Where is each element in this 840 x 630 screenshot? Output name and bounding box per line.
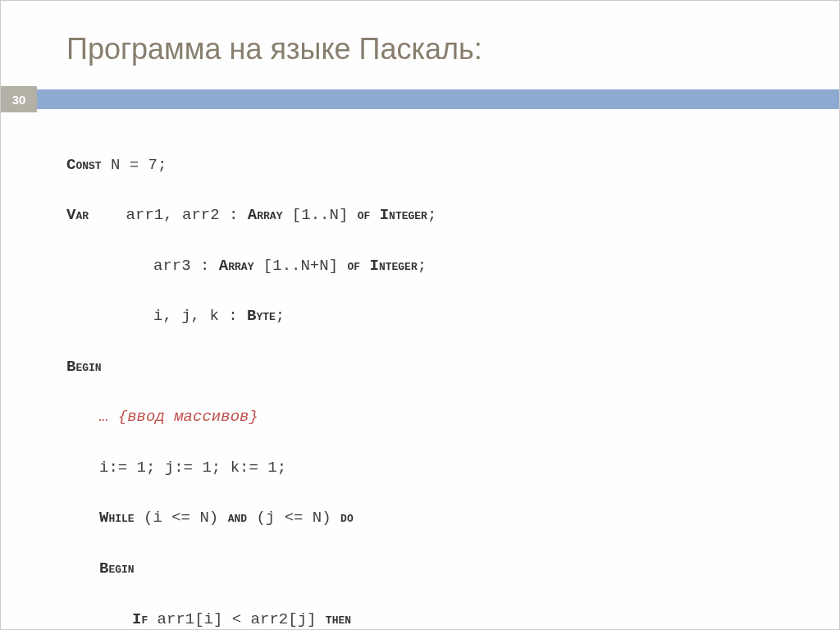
code-block: Const N = 7; Var arr1, arr2 : Array [1..… <box>1 109 839 630</box>
divider-bar: 30 <box>1 89 839 109</box>
title-area: Программа на языке Паскаль: <box>1 1 839 89</box>
code-line: If arr1[i] < arr2[j] then <box>66 607 806 630</box>
slide-title: Программа на языке Паскаль: <box>66 32 839 66</box>
code-line: i:= 1; j:= 1; k:= 1; <box>66 455 806 481</box>
code-line: Const N = 7; <box>66 153 806 178</box>
code-line: Var arr1, arr2 : Array [1..N] of Integer… <box>66 203 806 228</box>
code-line: While (i <= N) and (j <= N) do <box>66 505 806 531</box>
code-line: Begin <box>66 556 806 582</box>
code-line: arr3 : Array [1..N+N] of Integer; <box>66 253 806 279</box>
code-line: … {ввод массивов} <box>66 404 806 430</box>
code-line: Begin <box>66 354 806 380</box>
page-number-badge: 30 <box>1 86 37 112</box>
code-line: i, j, k : Byte; <box>66 304 806 329</box>
